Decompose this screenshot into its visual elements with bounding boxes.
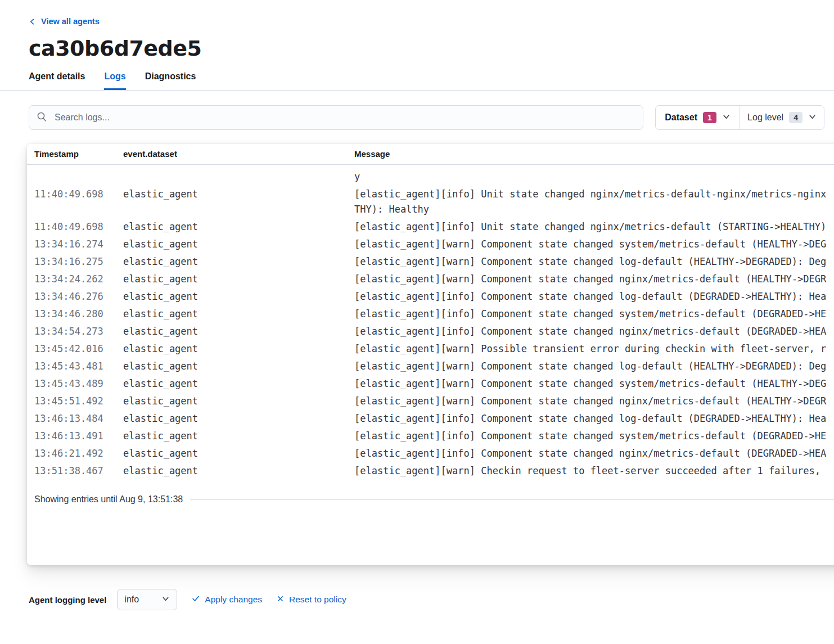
log-message: [elastic_agent][warn] Possible transient… [354,341,834,357]
close-icon [277,595,284,605]
column-header-message: Message [354,149,834,159]
apply-changes-label: Apply changes [205,595,262,605]
log-message: [elastic_agent][warn] Component state ch… [354,359,834,374]
chevron-down-icon [808,112,817,123]
log-timestamp: 13:46:21.492 [34,446,123,461]
log-timestamp: 13:34:46.276 [34,289,123,304]
column-header-timestamp: Timestamp [34,149,123,159]
log-message: [elastic_agent][info] Component state ch… [354,307,834,322]
dataset-filter-button[interactable]: Dataset 1 [656,106,740,129]
log-timestamp: 13:34:24.262 [34,272,123,287]
filter-group: Dataset 1 Log level 4 [655,105,824,130]
log-message: [elastic_agent][warn] Component state ch… [354,394,834,409]
chevron-down-icon [161,595,170,605]
log-dataset: elastic_agent [123,411,354,426]
column-header-event-dataset: event.dataset [123,149,354,159]
log-dataset: elastic_agent [123,272,354,287]
agent-logging-level-bar: Agent logging level info Apply changes R… [29,589,346,610]
logs-panel: Timestamp event.dataset Message y 11:40:… [27,144,834,565]
log-message: y [354,169,834,184]
log-message: [elastic_agent][info] Component state ch… [354,429,834,444]
search-box [29,105,643,130]
chevron-down-icon [722,112,731,123]
table-row: 13:45:43.481 elastic_agent [elastic_agen… [27,358,834,375]
log-timestamp: 13:46:13.484 [34,411,123,426]
table-row: 13:46:13.491 elastic_agent [elastic_agen… [27,427,834,445]
tab-diagnostics[interactable]: Diagnostics [145,71,196,90]
log-timestamp: 11:40:49.698 [34,187,123,202]
log-list: y 11:40:49.698 elastic_agent [elastic_ag… [27,165,834,480]
log-timestamp: 13:46:13.491 [34,429,123,444]
log-message: [elastic_agent][info] Component state ch… [354,289,834,304]
tab-bar: Agent details Logs Diagnostics [29,71,807,90]
search-input[interactable] [53,112,635,123]
log-level-filter-label: Log level [747,112,783,123]
logging-level-value: info [124,595,139,605]
log-level-filter-button[interactable]: Log level 4 [740,106,824,129]
table-row: 13:45:42.016 elastic_agent [elastic_agen… [27,340,834,358]
entries-until-note: Showing entries until Aug 9, 13:51:38 [34,494,183,505]
table-row: 13:34:54.273 elastic_agent [elastic_agen… [27,323,834,340]
agent-logging-level-label: Agent logging level [29,595,106,605]
table-row: 11:40:49.698 elastic_agent [elastic_agen… [27,186,834,218]
log-message: [elastic_agent][warn] Component state ch… [354,254,834,269]
log-message: [elastic_agent][info] Unit state changed… [354,187,834,217]
end-of-entries-divider [190,499,834,500]
log-message: [elastic_agent][info] Unit state changed… [354,219,834,235]
table-row: 13:45:43.489 elastic_agent [elastic_agen… [27,375,834,393]
log-dataset: elastic_agent [123,394,354,409]
log-timestamp: 13:34:16.274 [34,237,123,252]
table-row: 13:46:13.484 elastic_agent [elastic_agen… [27,410,834,427]
log-message: [elastic_agent][warn] Component state ch… [354,272,834,287]
log-dataset: elastic_agent [123,187,354,202]
table-row: 13:34:46.280 elastic_agent [elastic_agen… [27,305,834,323]
logging-level-select[interactable]: info [117,589,177,610]
table-row: 13:51:38.467 elastic_agent [elastic_agen… [27,462,834,480]
table-row: 13:34:16.275 elastic_agent [elastic_agen… [27,253,834,271]
page-header: View all agents ca30b6d7ede5 Agent detai… [0,0,834,91]
log-dataset: elastic_agent [123,254,354,269]
log-timestamp: 13:34:54.273 [34,324,123,339]
search-icon [37,111,47,124]
log-dataset: elastic_agent [123,289,354,304]
log-dataset: elastic_agent [123,376,354,391]
log-message: [elastic_agent][info] Component state ch… [354,324,834,339]
page-title: ca30b6d7ede5 [29,36,807,62]
table-row: 13:34:46.276 elastic_agent [elastic_agen… [27,288,834,305]
table-row: 13:34:16.274 elastic_agent [elastic_agen… [27,236,834,253]
log-dataset: elastic_agent [123,429,354,444]
dataset-filter-label: Dataset [665,112,697,123]
reset-to-policy-link[interactable]: Reset to policy [277,595,346,605]
view-all-agents-link[interactable]: View all agents [29,17,100,26]
log-level-filter-badge: 4 [789,112,803,123]
log-timestamp: 13:34:46.280 [34,307,123,322]
table-row: 13:46:21.492 elastic_agent [elastic_agen… [27,445,834,462]
back-link-label: View all agents [41,17,100,26]
log-dataset: elastic_agent [123,446,354,461]
log-message: [elastic_agent][warn] Checkin request to… [354,463,834,479]
log-timestamp: 11:40:49.698 [34,219,123,235]
dataset-filter-badge: 1 [703,112,716,123]
reset-to-policy-label: Reset to policy [289,595,346,605]
tab-agent-details[interactable]: Agent details [29,71,85,90]
log-message: [elastic_agent][warn] Component state ch… [354,237,834,252]
log-dataset: elastic_agent [123,359,354,374]
table-row: y [27,168,834,186]
table-row: 11:40:49.698 elastic_agent [elastic_agen… [27,218,834,236]
log-timestamp: 13:45:51.492 [34,394,123,409]
log-dataset: elastic_agent [123,463,354,479]
apply-changes-link[interactable]: Apply changes [192,595,262,605]
log-dataset: elastic_agent [123,324,354,339]
tab-logs[interactable]: Logs [104,71,125,90]
log-message: [elastic_agent][info] Component state ch… [354,446,834,461]
logs-toolbar: Dataset 1 Log level 4 [29,105,824,130]
log-dataset: elastic_agent [123,307,354,322]
log-dataset: elastic_agent [123,237,354,252]
log-timestamp: 13:45:43.481 [34,359,123,374]
log-timestamp: 13:34:16.275 [34,254,123,269]
table-footer: Showing entries until Aug 9, 13:51:38 [34,494,834,505]
table-row: 13:34:24.262 elastic_agent [elastic_agen… [27,271,834,288]
table-row: 13:45:51.492 elastic_agent [elastic_agen… [27,393,834,410]
log-timestamp: 13:51:38.467 [34,463,123,479]
log-timestamp: 13:45:43.489 [34,376,123,391]
